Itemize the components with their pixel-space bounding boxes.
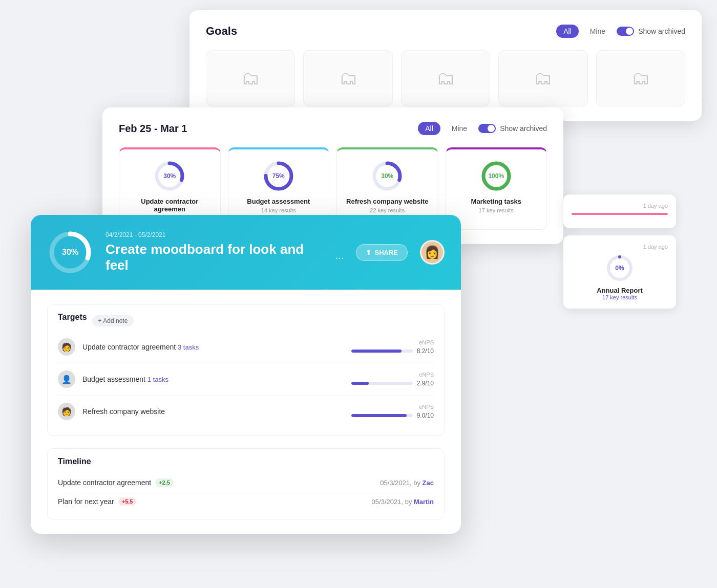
folder-card[interactable]: 🗂 xyxy=(498,50,587,106)
timeline-badge-2: +5.5 xyxy=(118,497,137,506)
timeline-name-1: Update contractor agreement +2.5 xyxy=(58,478,380,487)
right-card-1-time: 1 day ago xyxy=(572,203,668,209)
right-panel: 1 day ago 1 day ago 0% Annual Report 17 … xyxy=(563,194,676,309)
targets-section: Targets + Add note 🧑 Update contractor a… xyxy=(47,304,445,436)
folder-cards-list: 🗂 🗂 🗂 🗂 🗂 xyxy=(206,50,685,106)
right-card-annual[interactable]: 1 day ago 0% Annual Report 17 key result… xyxy=(563,235,676,309)
target-row-3: 🧑 Refresh company website eNPS 9.0/10 xyxy=(58,396,434,427)
timeline-name-2: Plan for next year +5.5 xyxy=(58,497,372,506)
mid-panel-header: Feb 25 - Mar 1 All Mine Show archived xyxy=(119,122,547,135)
show-archived-toggle[interactable] xyxy=(617,27,634,36)
target-2-tasks-link[interactable]: 1 tasks xyxy=(147,376,168,383)
detail-title: Create moodboard for look and feel xyxy=(106,242,327,273)
folder-card[interactable]: 🗂 xyxy=(596,50,685,106)
detail-panel-header: 30% 04/2/2021 - 05/2/2021 Create moodboa… xyxy=(31,215,461,290)
timeline-author-1: Zac xyxy=(423,479,434,487)
add-note-button[interactable]: + Add note xyxy=(92,315,134,326)
goal-card-3-sub: 22 key results xyxy=(370,207,405,213)
goal-card-4[interactable]: 100% Marketing tasks 17 key results xyxy=(446,147,547,230)
target-3-value: 9.0/10 xyxy=(417,412,434,419)
folder-icon: 🗂 xyxy=(436,68,455,89)
target-3-metric-label: eNPS xyxy=(351,404,434,410)
folder-icon: 🗂 xyxy=(241,68,260,89)
target-avatar-2: 👤 xyxy=(58,371,75,388)
folder-card[interactable]: 🗂 xyxy=(206,50,295,106)
target-3-bar-wrap: 9.0/10 xyxy=(351,412,434,419)
donut-100-purple: 100% xyxy=(480,160,513,192)
goals-filter-all[interactable]: All xyxy=(556,25,579,38)
goal-card-3-name: Refresh company website xyxy=(346,198,428,205)
mid-show-archived-toggle[interactable] xyxy=(478,124,496,133)
target-metric-3: eNPS 9.0/10 xyxy=(351,404,434,419)
target-name-2: Budget assessment 1 tasks xyxy=(82,375,344,383)
target-3-bar-bg xyxy=(351,414,413,417)
target-2-bar-wrap: 2.9/10 xyxy=(351,380,434,387)
timeline-row-2: Plan for next year +5.5 05/3/2021, by Ma… xyxy=(58,492,434,511)
target-name-3: Refresh company website xyxy=(82,407,344,416)
detail-date: 04/2/2021 - 05/2/2021 xyxy=(106,231,344,238)
mid-filter-all[interactable]: All xyxy=(418,122,440,135)
target-avatar-3: 🧑 xyxy=(58,403,75,420)
target-name-1: Update contractor agreement 3 tasks xyxy=(82,343,344,351)
target-row-2: 👤 Budget assessment 1 tasks eNPS 2.9/10 xyxy=(58,363,434,396)
folder-icon: 🗂 xyxy=(339,68,357,89)
goals-panel-header: Goals All Mine Show archived xyxy=(206,25,685,38)
target-1-bar-fill xyxy=(351,350,402,353)
timeline-author-2: Martin xyxy=(414,498,434,506)
right-card-2-time: 1 day ago xyxy=(572,244,668,250)
right-card-2-donut: 0% xyxy=(572,254,668,282)
goal-card-4-name: Marketing tasks xyxy=(471,198,521,205)
target-1-bar-wrap: 8.2/10 xyxy=(351,347,434,355)
goals-filter-mine[interactable]: Mine xyxy=(583,25,613,38)
goal-card-1-name: Update contractor agreemen xyxy=(126,198,213,213)
right-card-2-name: Annual Report xyxy=(572,287,668,294)
right-card-top[interactable]: 1 day ago xyxy=(563,194,676,228)
folder-icon: 🗂 xyxy=(534,68,552,89)
target-1-bar-bg xyxy=(351,350,413,353)
timeline-section: Timeline Update contractor agreement +2.… xyxy=(47,448,445,519)
goals-panel: Goals All Mine Show archived 🗂 🗂 🗂 🗂 🗂 xyxy=(189,10,702,121)
target-metric-1: eNPS 8.2/10 xyxy=(351,339,434,355)
donut-30-green: 30% xyxy=(371,160,404,192)
mid-show-archived-label: Show archived xyxy=(500,124,547,133)
goals-panel-title: Goals xyxy=(206,25,237,38)
target-2-bar-bg xyxy=(351,382,413,385)
share-icon: ⬆ xyxy=(366,249,371,256)
goal-card-4-sub: 17 key results xyxy=(479,207,514,213)
target-2-value: 2.9/10 xyxy=(417,380,434,387)
target-1-tasks-link[interactable]: 3 tasks xyxy=(178,343,199,351)
donut-30-pink: 30% xyxy=(153,160,186,192)
show-archived-label: Show archived xyxy=(638,27,685,35)
detail-percent-label: 30% xyxy=(62,248,78,257)
target-2-bar-fill xyxy=(351,382,369,385)
target-metric-2: eNPS 2.9/10 xyxy=(351,372,434,387)
timeline-meta-1: 05/3/2021, by Zac xyxy=(380,479,434,487)
folder-card[interactable]: 🗂 xyxy=(401,50,490,106)
goal-card-2-sub: 14 key results xyxy=(261,207,296,213)
share-label: SHARE xyxy=(374,249,398,256)
detail-big-donut: 30% xyxy=(47,229,93,275)
avatar: 👩 xyxy=(420,240,445,265)
goals-filter-group: All Mine Show archived xyxy=(556,25,685,38)
right-card-2-sub: 17 key results xyxy=(572,294,668,300)
timeline-meta-2: 05/3/2021, by Martin xyxy=(372,498,434,506)
target-avatar-1: 🧑 xyxy=(58,338,75,356)
mid-filter-group: All Mine Show archived xyxy=(418,122,547,135)
folder-icon: 🗂 xyxy=(631,68,650,89)
mid-filter-mine[interactable]: Mine xyxy=(445,122,474,135)
target-3-bar-fill xyxy=(351,414,407,417)
more-options-icon[interactable]: ··· xyxy=(335,252,344,264)
mid-panel-title: Feb 25 - Mar 1 xyxy=(119,123,187,135)
timeline-title: Timeline xyxy=(58,457,434,466)
targets-header: Targets + Add note xyxy=(58,313,434,329)
targets-title: Targets xyxy=(58,313,87,322)
detail-panel: 30% 04/2/2021 - 05/2/2021 Create moodboa… xyxy=(31,215,461,534)
target-2-metric-label: eNPS xyxy=(351,372,434,378)
timeline-badge-1: +2.5 xyxy=(155,478,174,487)
detail-header-info: 04/2/2021 - 05/2/2021 Create moodboard f… xyxy=(106,231,344,273)
donut-75-blue: 75% xyxy=(262,160,295,192)
folder-card[interactable]: 🗂 xyxy=(303,50,392,106)
target-1-metric-label: eNPS xyxy=(351,339,434,345)
share-button[interactable]: ⬆ SHARE xyxy=(356,244,408,261)
right-card-1-bar xyxy=(572,213,668,215)
